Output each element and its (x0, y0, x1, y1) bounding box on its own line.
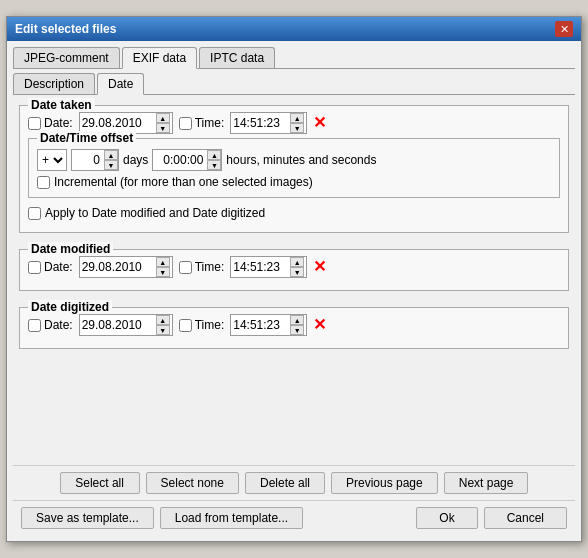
apply-label: Apply to Date modified and Date digitize… (45, 206, 265, 220)
date-digitized-time-input[interactable] (233, 318, 288, 332)
offset-time-input-wrapper: ▲ ▼ (152, 149, 222, 171)
offset-time-spinner: ▲ ▼ (207, 150, 221, 170)
date-taken-time-down[interactable]: ▼ (290, 123, 304, 133)
date-modified-row: Date: ▲ ▼ Time: (28, 256, 560, 278)
tab-jpeg-comment[interactable]: JPEG-comment (13, 47, 120, 68)
date-modified-date-label: Date: (44, 260, 73, 274)
date-digitized-date-up[interactable]: ▲ (156, 315, 170, 325)
date-modified-clear-button[interactable]: ✕ (313, 259, 326, 275)
date-taken-group: Date taken Date: ▲ ▼ (19, 105, 569, 233)
date-modified-date-checkbox-wrapper: Date: (28, 260, 73, 274)
offset-row: + - ▲ ▼ days (37, 149, 551, 171)
days-spinner: ▲ ▼ (104, 150, 118, 170)
date-taken-time-input[interactable] (233, 116, 288, 130)
date-taken-date-label: Date: (44, 116, 73, 130)
date-taken-date-checkbox[interactable] (28, 117, 41, 130)
date-digitized-time-down[interactable]: ▼ (290, 325, 304, 335)
date-digitized-date-label: Date: (44, 318, 73, 332)
previous-page-button[interactable]: Previous page (331, 472, 438, 494)
date-modified-time-label: Time: (195, 260, 225, 274)
date-modified-time-input[interactable] (233, 260, 288, 274)
date-digitized-time-checkbox-wrapper: Time: (179, 318, 225, 332)
apply-checkbox[interactable] (28, 207, 41, 220)
sub-tab-row: Description Date (13, 73, 575, 95)
date-taken-time-spinner: ▲ ▼ (290, 113, 304, 133)
date-modified-time-checkbox[interactable] (179, 261, 192, 274)
incremental-checkbox[interactable] (37, 176, 50, 189)
load-template-button[interactable]: Load from template... (160, 507, 303, 529)
date-modified-label: Date modified (28, 242, 113, 256)
date-digitized-time-checkbox[interactable] (179, 319, 192, 332)
date-digitized-clear-button[interactable]: ✕ (313, 317, 326, 333)
title-bar: Edit selected files ✕ (7, 17, 581, 41)
hours-label: hours, minutes and seconds (226, 153, 376, 167)
content-area: JPEG-comment EXIF data IPTC data Descrip… (7, 41, 581, 541)
close-button[interactable]: ✕ (555, 21, 573, 37)
sign-select[interactable]: + - (38, 150, 66, 170)
date-modified-time-down[interactable]: ▼ (290, 267, 304, 277)
select-all-button[interactable]: Select all (60, 472, 140, 494)
date-taken-date-down[interactable]: ▼ (156, 123, 170, 133)
offset-time-down[interactable]: ▼ (207, 160, 221, 170)
date-modified-date-input[interactable] (82, 260, 154, 274)
date-digitized-time-up[interactable]: ▲ (290, 315, 304, 325)
date-modified-time-checkbox-wrapper: Time: (179, 260, 225, 274)
incremental-label: Incremental (for more than one selected … (54, 175, 313, 189)
date-checkbox-wrapper: Date: (28, 116, 73, 130)
date-taken-time-label: Time: (195, 116, 225, 130)
footer-right: Ok Cancel (416, 507, 567, 529)
date-digitized-date-down[interactable]: ▼ (156, 325, 170, 335)
date-digitized-date-checkbox[interactable] (28, 319, 41, 332)
date-digitized-date-input-wrapper: ▲ ▼ (79, 314, 173, 336)
datetime-offset-label: Date/Time offset (37, 131, 136, 145)
date-taken-label: Date taken (28, 98, 95, 112)
main-tab-row: JPEG-comment EXIF data IPTC data (13, 47, 575, 69)
incremental-row: Incremental (for more than one selected … (37, 175, 551, 189)
date-taken-clear-button[interactable]: ✕ (313, 115, 326, 131)
footer-left: Save as template... Load from template..… (21, 507, 303, 529)
delete-all-button[interactable]: Delete all (245, 472, 325, 494)
date-modified-time-input-wrapper: ▲ ▼ (230, 256, 307, 278)
cancel-button[interactable]: Cancel (484, 507, 567, 529)
tab-exif-data[interactable]: EXIF data (122, 47, 197, 69)
date-taken-date-up[interactable]: ▲ (156, 113, 170, 123)
days-input-wrapper: ▲ ▼ (71, 149, 119, 171)
date-taken-time-up[interactable]: ▲ (290, 113, 304, 123)
date-modified-group: Date modified Date: ▲ ▼ (19, 249, 569, 291)
date-modified-time-up[interactable]: ▲ (290, 257, 304, 267)
datetime-offset-group: Date/Time offset + - ▲ ▼ (28, 138, 560, 198)
offset-time-up[interactable]: ▲ (207, 150, 221, 160)
date-digitized-date-input[interactable] (82, 318, 154, 332)
date-taken-time-input-wrapper: ▲ ▼ (230, 112, 307, 134)
offset-time-input[interactable] (153, 153, 205, 167)
days-down[interactable]: ▼ (104, 160, 118, 170)
date-taken-date-input[interactable] (82, 116, 154, 130)
apply-row: Apply to Date modified and Date digitize… (28, 206, 560, 220)
bottom-buttons-row: Select all Select none Delete all Previo… (13, 465, 575, 500)
save-template-button[interactable]: Save as template... (21, 507, 154, 529)
date-modified-date-up[interactable]: ▲ (156, 257, 170, 267)
date-digitized-time-label: Time: (195, 318, 225, 332)
sign-select-wrapper: + - (37, 149, 67, 171)
select-none-button[interactable]: Select none (146, 472, 239, 494)
date-modified-date-down[interactable]: ▼ (156, 267, 170, 277)
date-digitized-date-spinner: ▲ ▼ (156, 315, 170, 335)
tab-date[interactable]: Date (97, 73, 144, 95)
next-page-button[interactable]: Next page (444, 472, 529, 494)
days-up[interactable]: ▲ (104, 150, 118, 160)
main-window: Edit selected files ✕ JPEG-comment EXIF … (6, 16, 582, 542)
date-taken-time-checkbox[interactable] (179, 117, 192, 130)
tab-iptc-data[interactable]: IPTC data (199, 47, 275, 68)
date-digitized-group: Date digitized Date: ▲ ▼ (19, 307, 569, 349)
date-modified-date-spinner: ▲ ▼ (156, 257, 170, 277)
tab-description[interactable]: Description (13, 73, 95, 94)
footer-buttons-row: Save as template... Load from template..… (13, 500, 575, 535)
date-digitized-label: Date digitized (28, 300, 112, 314)
date-modified-date-input-wrapper: ▲ ▼ (79, 256, 173, 278)
ok-button[interactable]: Ok (416, 507, 477, 529)
date-modified-date-checkbox[interactable] (28, 261, 41, 274)
date-taken-date-spinner: ▲ ▼ (156, 113, 170, 133)
date-modified-time-spinner: ▲ ▼ (290, 257, 304, 277)
date-digitized-date-checkbox-wrapper: Date: (28, 318, 73, 332)
days-input[interactable] (72, 153, 102, 167)
